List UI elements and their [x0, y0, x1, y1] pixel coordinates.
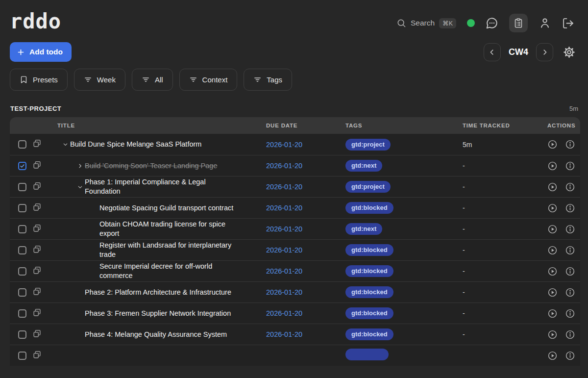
- duplicate-button[interactable]: [32, 224, 42, 233]
- duplicate-button[interactable]: [32, 350, 42, 359]
- duplicate-icon: [32, 139, 42, 148]
- user-button[interactable]: [539, 17, 551, 29]
- todo-title[interactable]: Phase 2: Platform Architecture & Infrast…: [85, 288, 231, 297]
- add-todo-button[interactable]: Add todo: [10, 42, 72, 62]
- duplicate-button[interactable]: [32, 160, 42, 170]
- next-week-button[interactable]: [536, 43, 553, 61]
- due-date-link[interactable]: 2026-01-20: [266, 309, 302, 317]
- tag-pill[interactable]: gtd:blocked: [345, 265, 393, 277]
- due-date-link[interactable]: 2026-01-20: [266, 288, 302, 296]
- start-timer-button[interactable]: [547, 308, 558, 319]
- app-logo[interactable]: rddo: [10, 11, 61, 32]
- info-icon: [565, 266, 575, 277]
- todo-title[interactable]: Secure Imperial decree for off-world com…: [99, 262, 212, 280]
- prev-week-button[interactable]: [484, 43, 501, 61]
- start-timer-button[interactable]: [547, 139, 558, 150]
- duplicate-button[interactable]: [32, 287, 42, 296]
- tag-pill[interactable]: gtd:blocked: [345, 307, 393, 319]
- info-button[interactable]: [565, 139, 575, 150]
- start-timer-button[interactable]: [547, 182, 558, 192]
- todo-title[interactable]: Phase 4: Melange Quality Assurance Syste…: [85, 330, 227, 339]
- start-timer-button[interactable]: [547, 224, 558, 234]
- time-tracked-value: -: [463, 162, 465, 170]
- info-button[interactable]: [565, 308, 575, 319]
- duplicate-button[interactable]: [32, 181, 42, 191]
- info-button[interactable]: [565, 224, 575, 234]
- tag-pill[interactable]: gtd:project: [345, 181, 391, 193]
- todo-title[interactable]: Negotiate Spacing Guild transport contra…: [99, 203, 233, 213]
- info-button[interactable]: [565, 287, 575, 298]
- info-button[interactable]: [565, 245, 575, 255]
- filter-tags-button[interactable]: Tags: [244, 69, 292, 91]
- expand-chevron[interactable]: [77, 163, 85, 169]
- todo-title[interactable]: Register with Landsraad for interplaneta…: [99, 241, 231, 259]
- due-date-link[interactable]: 2026-01-20: [266, 183, 302, 191]
- start-timer-button[interactable]: [547, 329, 558, 340]
- todo-title[interactable]: Phase 3: Fremen Supplier Network Integra…: [85, 309, 231, 318]
- info-button[interactable]: [565, 161, 575, 171]
- filter-all-button[interactable]: All: [132, 69, 173, 91]
- start-timer-button[interactable]: [547, 351, 558, 361]
- todo-checkbox[interactable]: [18, 162, 26, 170]
- settings-button[interactable]: [563, 46, 575, 58]
- tag-pill[interactable]: [345, 349, 389, 360]
- todo-checkbox[interactable]: [18, 288, 26, 297]
- duplicate-button[interactable]: [32, 139, 42, 148]
- todo-checkbox[interactable]: [18, 267, 26, 276]
- duplicate-button[interactable]: [32, 245, 42, 254]
- info-button[interactable]: [565, 329, 575, 340]
- todo-title[interactable]: Build Dune Spice Melange SaaS Platform: [70, 140, 201, 149]
- due-date-link[interactable]: 2026-01-20: [266, 204, 302, 212]
- duplicate-button[interactable]: [32, 202, 42, 212]
- tag-pill[interactable]: gtd:blocked: [345, 286, 393, 298]
- info-button[interactable]: [565, 351, 575, 361]
- project-section-header: TEST-PROJECT 5m: [10, 105, 578, 112]
- tag-pill[interactable]: gtd:blocked: [345, 328, 393, 340]
- tag-pill[interactable]: gtd:blocked: [345, 244, 393, 256]
- todo-checkbox[interactable]: [18, 225, 26, 233]
- duplicate-button[interactable]: [32, 308, 42, 317]
- todo-checkbox[interactable]: [18, 309, 26, 318]
- filter-presets-button[interactable]: Presets: [10, 69, 68, 91]
- info-icon: [565, 161, 575, 171]
- todo-checkbox[interactable]: [18, 140, 26, 149]
- filter-icon: [142, 76, 150, 84]
- todo-checkbox[interactable]: [18, 246, 26, 254]
- start-timer-button[interactable]: [547, 245, 558, 255]
- due-date-link[interactable]: 2026-01-20: [266, 330, 302, 338]
- info-button[interactable]: [565, 266, 575, 277]
- todo-title[interactable]: Phase 1: Imperial Compliance & Legal Fou…: [85, 177, 206, 196]
- start-timer-button[interactable]: [547, 203, 558, 213]
- filter-context-button[interactable]: Context: [179, 69, 238, 91]
- todo-checkbox[interactable]: [18, 204, 26, 212]
- tag-pill[interactable]: gtd:next: [345, 160, 382, 172]
- filter-week-button[interactable]: Week: [74, 69, 125, 91]
- todo-checkbox[interactable]: [18, 352, 26, 360]
- due-date-link[interactable]: 2026-01-20: [266, 246, 302, 254]
- due-date-link[interactable]: 2026-01-20: [266, 162, 302, 170]
- todo-checkbox[interactable]: [18, 330, 26, 339]
- todos-button[interactable]: [509, 14, 528, 32]
- due-date-link[interactable]: 2026-01-20: [266, 225, 302, 233]
- tag-pill[interactable]: gtd:next: [345, 223, 382, 235]
- duplicate-button[interactable]: [32, 266, 42, 275]
- tag-pill[interactable]: gtd:project: [345, 139, 391, 151]
- todo-title[interactable]: Obtain CHOAM trading license for spice e…: [99, 220, 225, 238]
- due-date-link[interactable]: 2026-01-20: [266, 141, 302, 149]
- start-timer-button[interactable]: [547, 266, 558, 277]
- info-button[interactable]: [565, 203, 575, 213]
- play-icon: [547, 203, 558, 213]
- todo-checkbox[interactable]: [18, 183, 26, 191]
- todo-title[interactable]: Build 'Coming Soon' Teaser Landing Page: [85, 161, 217, 171]
- expand-chevron[interactable]: [77, 184, 85, 190]
- info-button[interactable]: [565, 182, 575, 192]
- start-timer-button[interactable]: [547, 287, 558, 298]
- expand-chevron[interactable]: [62, 141, 70, 148]
- start-timer-button[interactable]: [547, 161, 558, 171]
- due-date-link[interactable]: 2026-01-20: [266, 267, 302, 275]
- chat-button[interactable]: [486, 17, 498, 29]
- duplicate-button[interactable]: [32, 329, 42, 338]
- tag-pill[interactable]: gtd:blocked: [345, 202, 393, 214]
- search-input[interactable]: Search ⌘K: [396, 18, 456, 28]
- logout-button[interactable]: [562, 17, 574, 29]
